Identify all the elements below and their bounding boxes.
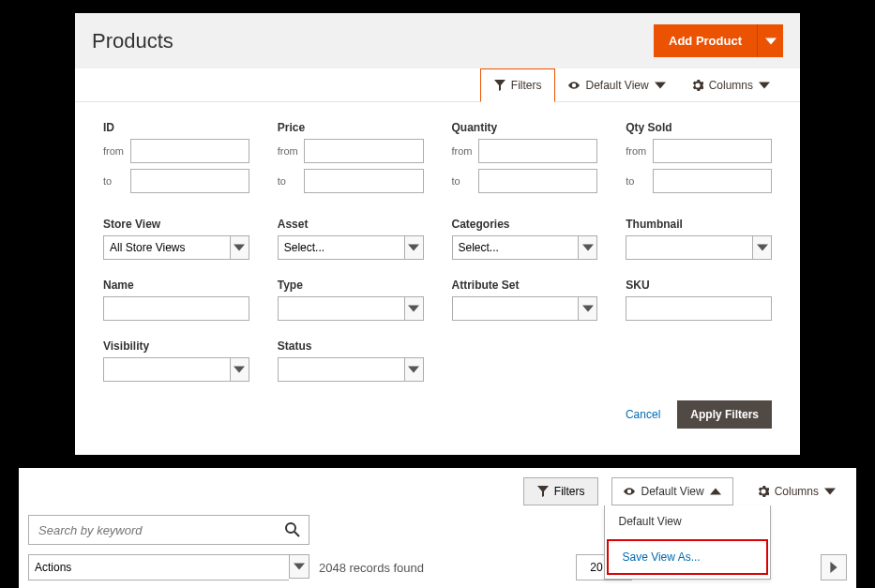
- svg-point-0: [286, 523, 295, 533]
- pager-next-button[interactable]: [821, 554, 847, 580]
- search-input[interactable]: [29, 523, 277, 537]
- view-option-save-as[interactable]: Save View As...: [607, 539, 767, 575]
- filter-storeview-input[interactable]: [103, 235, 230, 260]
- gear-icon: [692, 80, 703, 91]
- caret-down-icon: [408, 364, 419, 375]
- filter-thumbnail-caret[interactable]: [752, 235, 772, 260]
- caret-down-icon: [765, 36, 777, 47]
- filter-price-from-label: from: [278, 145, 305, 157]
- caret-down-icon: [408, 303, 419, 314]
- filter-categories-input[interactable]: [452, 235, 579, 260]
- filter-qty-to-label: to: [452, 175, 479, 187]
- grid-toolbar: Filters Default View Columns: [75, 68, 800, 102]
- filter-type-input[interactable]: [278, 296, 404, 321]
- caret-down-icon: [408, 242, 419, 253]
- filter-sku: SKU: [626, 279, 772, 321]
- filter-thumbnail-label: Thumbnail: [626, 218, 772, 231]
- filter-qtysold-from-label: from: [626, 145, 653, 157]
- filter-asset: Asset: [278, 218, 424, 260]
- funnel-icon: [494, 80, 505, 91]
- chevron-right-icon: [828, 562, 839, 573]
- filter-status-label: Status: [278, 339, 424, 353]
- actions-dropdown: [28, 554, 309, 580]
- default-view-label: Default View: [585, 79, 648, 92]
- view-option-default[interactable]: Default View: [605, 505, 769, 537]
- filter-id-to-input[interactable]: [130, 169, 249, 193]
- filter-price: Price from to: [278, 121, 424, 199]
- filter-asset-caret[interactable]: [404, 235, 424, 260]
- actions-input[interactable]: [28, 554, 289, 580]
- cancel-button[interactable]: Cancel: [626, 408, 660, 421]
- filter-qty-from-label: from: [452, 145, 479, 157]
- columns-button-2[interactable]: Columns: [747, 478, 847, 505]
- filter-name-label: Name: [103, 279, 249, 292]
- filter-quantity-to-input[interactable]: [478, 169, 597, 193]
- view-dropdown: Default View Save View As...: [604, 505, 770, 580]
- filter-visibility-input[interactable]: [103, 357, 230, 382]
- filter-sku-label: SKU: [626, 279, 772, 292]
- default-view-button[interactable]: Default View: [555, 68, 678, 101]
- filter-quantity-label: Quantity: [452, 121, 598, 134]
- filters-panel: ID from to Price from to Quantity from t…: [75, 102, 800, 455]
- columns-button[interactable]: Columns: [679, 68, 783, 101]
- caret-down-icon: [294, 561, 305, 572]
- eye-icon: [568, 80, 580, 91]
- filter-categories: Categories: [452, 218, 598, 260]
- filter-price-to-label: to: [278, 175, 305, 187]
- filters-label-2: Filters: [554, 485, 585, 498]
- actions-caret[interactable]: [289, 554, 309, 579]
- search-button[interactable]: [277, 521, 309, 538]
- caret-down-icon: [655, 80, 666, 91]
- filter-sku-input[interactable]: [626, 296, 772, 321]
- filter-thumbnail: Thumbnail: [626, 218, 772, 260]
- filter-attrset-label: Attribute Set: [452, 279, 598, 292]
- filter-id-label: ID: [103, 121, 249, 134]
- filter-visibility: Visibility: [103, 339, 249, 382]
- filter-storeview-caret[interactable]: [230, 235, 249, 260]
- add-product-button[interactable]: Add Product: [654, 24, 757, 57]
- filter-quantity-from-input[interactable]: [478, 139, 597, 163]
- filter-status: Status: [278, 339, 424, 382]
- page-title: Products: [92, 29, 173, 53]
- caret-down-icon: [582, 242, 594, 253]
- filter-asset-input[interactable]: [278, 235, 404, 260]
- filter-storeview-label: Store View: [103, 218, 249, 231]
- add-product-dropdown-toggle[interactable]: [757, 24, 783, 57]
- filter-qtysold-from-input[interactable]: [653, 139, 772, 163]
- filter-name-input[interactable]: [103, 296, 249, 321]
- filter-qty-sold: Qty Sold from to: [626, 121, 772, 199]
- columns-label: Columns: [709, 79, 753, 92]
- caret-down-icon: [234, 242, 245, 253]
- columns-label-2: Columns: [775, 485, 819, 498]
- filter-categories-caret[interactable]: [578, 235, 597, 260]
- filter-price-from-input[interactable]: [304, 139, 423, 163]
- filter-type: Type: [278, 279, 424, 321]
- filter-quantity: Quantity from to: [452, 121, 598, 199]
- gear-icon: [758, 486, 769, 497]
- caret-up-icon: [710, 486, 721, 497]
- filter-qtysold-label: Qty Sold: [626, 121, 772, 134]
- filters-button-2[interactable]: Filters: [523, 477, 599, 505]
- apply-filters-button[interactable]: Apply Filters: [677, 400, 772, 429]
- filter-attrset-caret[interactable]: [578, 296, 597, 321]
- filter-status-input[interactable]: [278, 357, 404, 382]
- filter-id-from-input[interactable]: [130, 139, 249, 163]
- caret-down-icon: [824, 486, 836, 497]
- filter-store-view: Store View: [103, 218, 249, 260]
- filter-qtysold-to-input[interactable]: [653, 169, 772, 193]
- filter-attrset-input[interactable]: [452, 296, 579, 321]
- filter-qtysold-to-label: to: [626, 175, 653, 187]
- default-view-label-2: Default View: [641, 485, 703, 498]
- filter-id: ID from to: [103, 121, 249, 199]
- filter-type-caret[interactable]: [404, 296, 424, 321]
- filter-visibility-caret[interactable]: [230, 357, 249, 382]
- filter-thumbnail-input[interactable]: [626, 235, 752, 260]
- filter-categories-label: Categories: [452, 218, 598, 231]
- records-found: 2048 records found: [319, 561, 424, 575]
- filters-toggle-button[interactable]: Filters: [480, 68, 556, 102]
- filter-status-caret[interactable]: [404, 357, 424, 382]
- eye-icon: [624, 486, 635, 497]
- default-view-toggle[interactable]: Default View: [611, 477, 732, 505]
- filter-price-to-input[interactable]: [304, 169, 423, 193]
- filter-type-label: Type: [278, 279, 424, 292]
